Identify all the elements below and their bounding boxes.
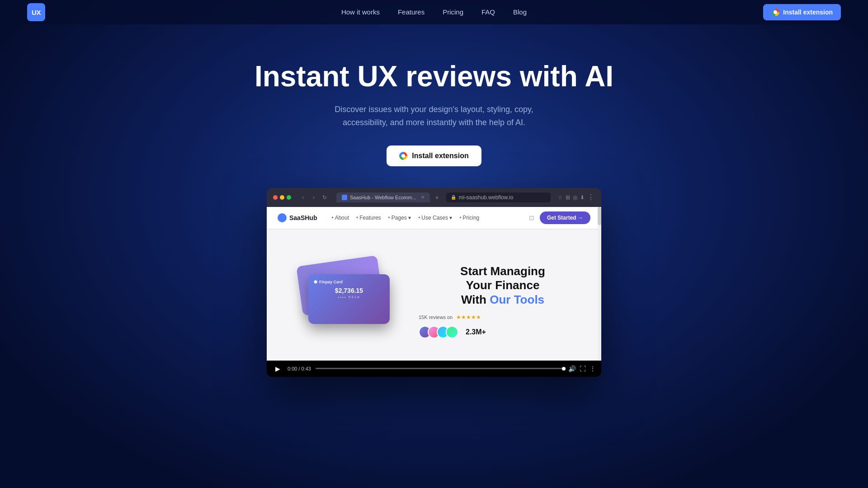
video-play-button[interactable]: ▶ bbox=[272, 363, 283, 374]
inner-nav-link-features: Features bbox=[356, 215, 381, 221]
video-progress-dot bbox=[562, 367, 566, 371]
browser-menu-icon: ⋮ bbox=[587, 193, 595, 202]
card-amount: $2,736.15 bbox=[314, 287, 384, 294]
inner-nav-links: About Features Pages ▾ Use Cases ▾ Prici… bbox=[331, 215, 479, 221]
video-volume-icon[interactable]: 🔊 bbox=[568, 365, 576, 372]
inner-nav-logo: SaaSHub bbox=[278, 213, 317, 222]
inner-scrollbar-thumb bbox=[598, 207, 601, 225]
browser-new-tab-button: + bbox=[435, 194, 439, 201]
inner-get-started-button: Get Started → bbox=[540, 211, 590, 224]
card-brand: ⬟ Finpay Card bbox=[314, 280, 384, 284]
browser-forward-button: › bbox=[309, 193, 318, 202]
card-details: •••• 5318 bbox=[314, 295, 384, 299]
card-content: ⬟ Finpay Card $2,736.15 •••• 5318 bbox=[308, 274, 390, 305]
hero-install-button[interactable]: Install extension bbox=[387, 145, 481, 166]
navbar: UX How it works Features Pricing FAQ Blo… bbox=[0, 0, 868, 24]
inner-nav-icon: ⊡ bbox=[529, 214, 534, 221]
inner-nav-cta: ⊡ Get Started → bbox=[529, 211, 590, 224]
inner-hero-text: Start Managing Your Finance With Our Too… bbox=[419, 264, 587, 338]
video-progress-bar[interactable] bbox=[316, 368, 564, 369]
browser-dot-minimize bbox=[280, 195, 284, 200]
browser-action-icons: ☆ ⊞ ◎ ⬇ ⋮ bbox=[558, 193, 595, 202]
nav-install-button[interactable]: Install extension bbox=[763, 4, 841, 20]
browser-lock-icon: 🔒 bbox=[451, 195, 456, 200]
inner-navbar: SaaSHub About Features Pages ▾ Use Cases… bbox=[267, 207, 601, 229]
browser-dot-close bbox=[273, 195, 278, 200]
inner-hero-visual: ⬟ Finpay Card $2,736.15 •••• 5318 bbox=[281, 252, 408, 351]
chrome-icon-hero bbox=[399, 152, 407, 160]
inner-page-wrapper: SaaSHub About Features Pages ▾ Use Cases… bbox=[267, 207, 601, 361]
credit-card-front: ⬟ Finpay Card $2,736.15 •••• 5318 bbox=[308, 274, 390, 324]
nav-link-features[interactable]: Features bbox=[398, 8, 425, 16]
browser-tab-title: SaasHub - Webflow Ecomm... bbox=[350, 195, 416, 200]
inner-page: SaaSHub About Features Pages ▾ Use Cases… bbox=[267, 207, 601, 361]
nav-link-pricing[interactable]: Pricing bbox=[443, 8, 463, 16]
browser-address-bar: 🔒 mi-saashub.webflow.io bbox=[446, 192, 551, 202]
browser-tab: SaasHub - Webflow Ecomm... ✕ bbox=[336, 192, 430, 202]
browser-url-text: mi-saashub.webflow.io bbox=[459, 194, 514, 201]
inner-nav-link-pages: Pages ▾ bbox=[388, 215, 411, 221]
inner-logo-icon bbox=[278, 213, 287, 222]
hero-subtitle: Discover issues with your design's layou… bbox=[326, 103, 542, 129]
inner-reviews: 15K reviews on ★★★★★ bbox=[419, 314, 587, 320]
avatar-4 bbox=[446, 326, 458, 338]
chrome-icon bbox=[771, 8, 779, 16]
nav-link-how-it-works[interactable]: How it works bbox=[341, 8, 380, 16]
video-right-controls: 🔊 ⛶ ⋮ bbox=[568, 365, 596, 372]
browser-tab-close: ✕ bbox=[421, 195, 425, 200]
inner-hero-title: Start Managing Your Finance With Our Too… bbox=[419, 264, 587, 307]
reviews-text: 15K reviews on bbox=[419, 314, 453, 320]
inner-nav-link-use-cases: Use Cases ▾ bbox=[418, 215, 452, 221]
browser-reload-button: ↻ bbox=[320, 193, 329, 202]
hero-section: Instant UX reviews with AI Discover issu… bbox=[0, 24, 868, 377]
hero-title: Instant UX reviews with AI bbox=[255, 61, 613, 92]
inner-hero-highlight: Our Tools bbox=[490, 293, 544, 306]
inner-scrollbar bbox=[598, 207, 601, 361]
browser-star-icon: ☆ bbox=[558, 194, 563, 201]
demo-video: ‹ › ↻ SaasHub - Webflow Ecomm... ✕ + 🔒 m… bbox=[267, 188, 601, 377]
browser-chrome-bar: ‹ › ↻ SaasHub - Webflow Ecomm... ✕ + 🔒 m… bbox=[267, 188, 601, 207]
video-time: 0:00 / 0:43 bbox=[288, 366, 311, 371]
inner-hero-content: ⬟ Finpay Card $2,736.15 •••• 5318 Start … bbox=[267, 229, 601, 360]
browser-nav-buttons: ‹ › ↻ bbox=[298, 193, 329, 202]
nav-link-faq[interactable]: FAQ bbox=[481, 8, 495, 16]
browser-ext-icon: ⊞ bbox=[566, 194, 570, 201]
browser-download-icon: ⬇ bbox=[580, 194, 585, 201]
browser-tab-favicon bbox=[342, 195, 347, 200]
nav-logo[interactable]: UX bbox=[27, 3, 45, 21]
video-more-icon[interactable]: ⋮ bbox=[590, 365, 596, 372]
user-count: 2.3M+ bbox=[466, 328, 486, 336]
browser-back-button: ‹ bbox=[298, 193, 307, 202]
inner-nav-link-about: About bbox=[331, 215, 349, 221]
browser-dots bbox=[273, 195, 291, 200]
browser-dot-maximize bbox=[287, 195, 291, 200]
star-rating: ★★★★★ bbox=[456, 314, 481, 320]
browser-profile-icon: ◎ bbox=[573, 194, 577, 201]
nav-link-blog[interactable]: Blog bbox=[513, 8, 527, 16]
inner-nav-link-pricing: Pricing bbox=[459, 215, 479, 221]
video-controls-bar: ▶ 0:00 / 0:43 🔊 ⛶ ⋮ bbox=[267, 361, 601, 377]
video-fullscreen-icon[interactable]: ⛶ bbox=[580, 365, 586, 372]
social-proof: 2.3M+ bbox=[419, 326, 587, 338]
avatar-group bbox=[419, 326, 458, 338]
